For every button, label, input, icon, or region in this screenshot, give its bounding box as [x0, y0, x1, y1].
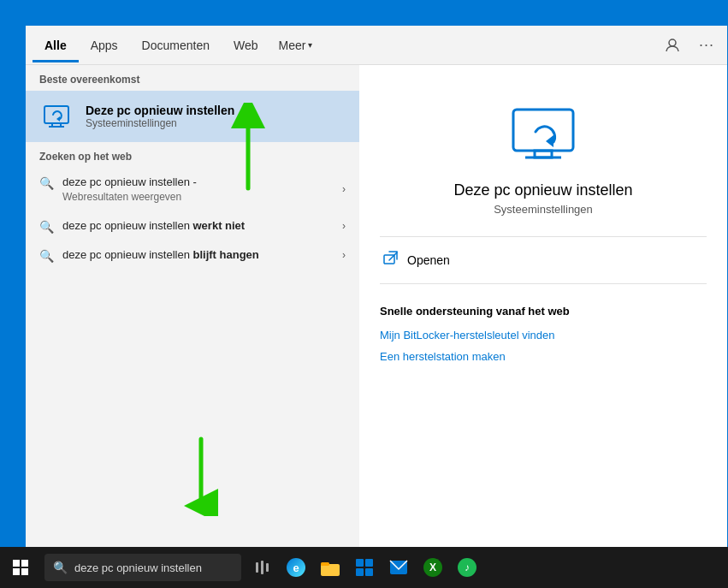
- taskbar-search-icon: 🔍: [53, 561, 68, 574]
- svg-point-0: [669, 39, 676, 46]
- tab-apps[interactable]: Apps: [79, 28, 130, 62]
- tabs-icons: ···: [659, 32, 720, 59]
- chevron-right-icon-1: ›: [342, 183, 346, 195]
- taskbar-search-bar[interactable]: 🔍 deze pc opnieuw instellen: [44, 554, 241, 581]
- right-panel: Deze pc opnieuw instellen Systeeminstell…: [359, 65, 727, 556]
- content-area: Beste overeenkomst Deze pc opnieuw: [26, 65, 727, 556]
- web-item-1-text: deze pc opnieuw instellen - Webresultate…: [62, 175, 334, 205]
- task-view-icon: [256, 561, 269, 574]
- chevron-right-icon-3: ›: [342, 249, 346, 261]
- svg-rect-16: [365, 559, 373, 567]
- edge-app[interactable]: e: [279, 547, 313, 588]
- best-match-title: Deze pc opnieuw instellen: [86, 104, 234, 117]
- file-explorer-icon: [321, 559, 340, 576]
- tab-meer[interactable]: Meer ▾: [270, 28, 322, 62]
- mail-app[interactable]: [382, 547, 416, 588]
- best-match-label: Beste overeenkomst: [26, 65, 359, 91]
- tab-alle[interactable]: Alle: [33, 28, 79, 62]
- web-item-2-text: deze pc opnieuw instellen werkt niet: [62, 218, 334, 234]
- result-reset-icon: [505, 99, 582, 168]
- user-icon-btn[interactable]: [659, 32, 686, 59]
- open-icon: [383, 251, 399, 270]
- chevron-down-icon: ▾: [308, 40, 312, 50]
- quick-link-1[interactable]: Mijn BitLocker-herstelsleutel vinden: [380, 324, 707, 346]
- edge-icon: e: [287, 558, 305, 577]
- more-options-btn[interactable]: ···: [693, 32, 720, 59]
- svg-rect-14: [321, 562, 329, 566]
- xbox-icon: X: [423, 558, 442, 577]
- taskbar: 🔍 deze pc opnieuw instellen e: [0, 547, 728, 588]
- web-item-2[interactable]: 🔍 deze pc opnieuw instellen werkt niet ›: [26, 211, 359, 241]
- spotify-icon: ♪: [458, 558, 476, 577]
- result-icon-area: [380, 82, 707, 181]
- tabs-row: Alle Apps Documenten Web Meer ▾ ···: [26, 26, 727, 65]
- web-item-1[interactable]: 🔍 deze pc opnieuw instellen - Webresulta…: [26, 168, 359, 211]
- windows-icon: [13, 560, 28, 575]
- best-match-text: Deze pc opnieuw instellen Systeeminstell…: [86, 104, 234, 129]
- svg-rect-5: [513, 110, 573, 151]
- open-label: Openen: [407, 253, 450, 267]
- result-subtitle: Systeeminstellingen: [380, 203, 707, 216]
- best-match-subtitle: Systeeminstellingen: [86, 117, 234, 129]
- svg-rect-1: [44, 106, 68, 123]
- quick-link-2[interactable]: Een herstelstation maken: [380, 346, 707, 367]
- svg-line-10: [389, 252, 397, 260]
- tab-documenten[interactable]: Documenten: [130, 28, 222, 62]
- divider-2: [380, 283, 707, 284]
- svg-marker-8: [546, 135, 553, 147]
- left-panel: Beste overeenkomst Deze pc opnieuw: [26, 65, 359, 556]
- quick-support-title: Snelle ondersteuning vanaf het web: [380, 305, 707, 318]
- svg-rect-13: [321, 564, 340, 576]
- reset-pc-icon: [39, 99, 74, 134]
- open-button[interactable]: Openen: [380, 244, 707, 276]
- svg-rect-17: [356, 568, 364, 576]
- svg-rect-18: [365, 568, 373, 576]
- search-icon-1: 🔍: [39, 176, 54, 190]
- tab-web[interactable]: Web: [222, 28, 270, 62]
- web-item-3[interactable]: 🔍 deze pc opnieuw instellen blijft hange…: [26, 241, 359, 270]
- search-icon-2: 🔍: [39, 220, 54, 234]
- chevron-right-icon-2: ›: [342, 220, 346, 232]
- result-title: Deze pc opnieuw instellen: [380, 181, 707, 199]
- svg-marker-4: [56, 116, 60, 122]
- web-item-3-text: deze pc opnieuw instellen blijft hangen: [62, 247, 334, 263]
- search-panel: Alle Apps Documenten Web Meer ▾ ··· Best…: [26, 26, 727, 556]
- svg-rect-15: [356, 559, 364, 567]
- divider-1: [380, 236, 707, 237]
- mail-icon: [389, 560, 408, 575]
- tiles-app[interactable]: [347, 547, 382, 588]
- task-view-button[interactable]: [245, 547, 279, 588]
- tiles-icon: [356, 559, 373, 576]
- best-match-item[interactable]: Deze pc opnieuw instellen Systeeminstell…: [26, 91, 359, 142]
- start-button[interactable]: [0, 547, 41, 588]
- taskbar-search-text: deze pc opnieuw instellen: [74, 561, 202, 574]
- xbox-app[interactable]: X: [416, 547, 450, 588]
- search-icon-3: 🔍: [39, 249, 54, 263]
- web-section-label: Zoeken op het web: [26, 142, 359, 168]
- spotify-app[interactable]: ♪: [450, 547, 484, 588]
- file-explorer-app[interactable]: [313, 547, 347, 588]
